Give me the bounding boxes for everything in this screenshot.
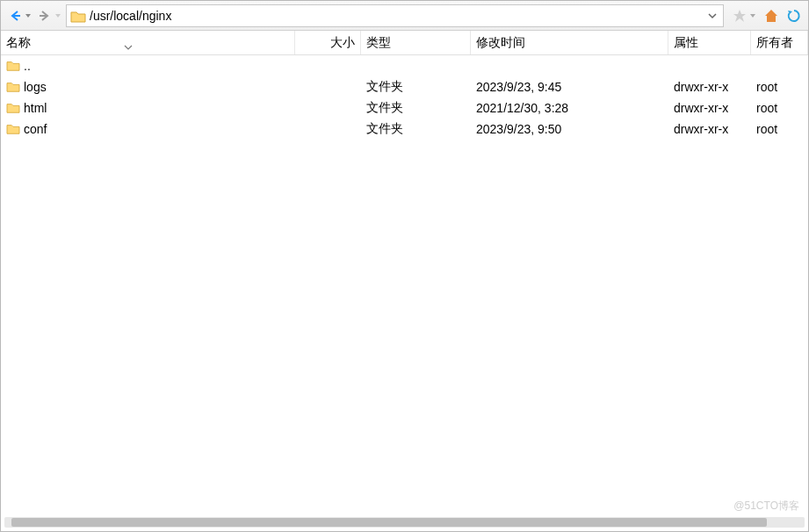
cell-modified: 2021/12/30, 3:28 [471,101,668,115]
table-row[interactable]: html文件夹2021/12/30, 3:28drwxr-xr-xroot [1,97,808,119]
file-name: logs [24,80,47,94]
back-dropdown-icon [24,12,33,19]
folder-icon [6,102,20,114]
bookmark-button[interactable] [731,7,757,25]
forward-dropdown-icon [54,12,62,19]
column-header-label: 所有者 [756,35,793,51]
cell-attrs: drwxr-xr-x [668,101,751,115]
table-row[interactable]: conf文件夹2023/9/23, 9:50drwxr-xr-xroot [1,119,808,140]
cell-type: 文件夹 [361,100,471,116]
file-name: conf [24,122,47,136]
folder-icon [6,81,20,93]
column-header-label: 类型 [366,35,391,51]
column-header-label: 属性 [674,35,698,51]
watermark: @51CTO博客 [733,499,799,514]
column-header-name[interactable]: 名称 [1,31,295,54]
column-header-type[interactable]: 类型 [361,31,471,54]
cell-owner: root [751,101,808,115]
folder-icon [6,60,20,72]
column-header-attrs[interactable]: 属性 [668,31,751,54]
back-icon [6,7,24,25]
scrollbar-thumb[interactable] [11,518,767,527]
file-list: ..logs文件夹2023/9/23, 9:45drwxr-xr-xrootht… [1,55,808,140]
cell-type: 文件夹 [361,79,471,95]
file-name: .. [24,59,31,73]
folder-icon [6,123,20,135]
cell-name: logs [1,80,295,94]
cell-modified: 2023/9/23, 9:50 [471,122,668,136]
column-header-label: 大小 [330,35,355,51]
cell-name: html [1,101,295,115]
cell-type: 文件夹 [361,121,471,137]
forward-icon [36,7,54,25]
column-headers: 名称 大小 类型 修改时间 属性 所有者 [1,31,808,55]
star-icon [731,7,748,25]
column-header-modified[interactable]: 修改时间 [471,31,668,54]
table-row[interactable]: .. [1,55,808,76]
cell-owner: root [751,122,808,136]
refresh-icon[interactable] [785,7,803,25]
cell-attrs: drwxr-xr-x [668,80,751,94]
cell-owner: root [751,80,808,94]
star-dropdown-icon [748,12,757,19]
toolbar [1,1,808,31]
sort-indicator-icon [124,40,133,54]
folder-icon [70,10,84,22]
path-dropdown-icon[interactable] [705,11,719,20]
cell-name: .. [1,59,295,73]
table-row[interactable]: logs文件夹2023/9/23, 9:45drwxr-xr-xroot [1,76,808,97]
path-box[interactable] [66,4,724,27]
forward-button-group[interactable] [36,7,62,25]
file-name: html [24,101,47,115]
cell-attrs: drwxr-xr-x [668,122,751,136]
back-button-group[interactable] [6,7,33,25]
cell-modified: 2023/9/23, 9:45 [471,80,668,94]
column-header-label: 名称 [6,35,31,51]
cell-name: conf [1,122,295,136]
column-header-owner[interactable]: 所有者 [751,31,808,54]
column-header-size[interactable]: 大小 [295,31,361,54]
horizontal-scrollbar[interactable] [4,517,805,528]
toolbar-right [727,7,803,25]
home-icon[interactable] [762,7,780,25]
path-input[interactable] [90,9,700,23]
column-header-label: 修改时间 [476,35,525,51]
